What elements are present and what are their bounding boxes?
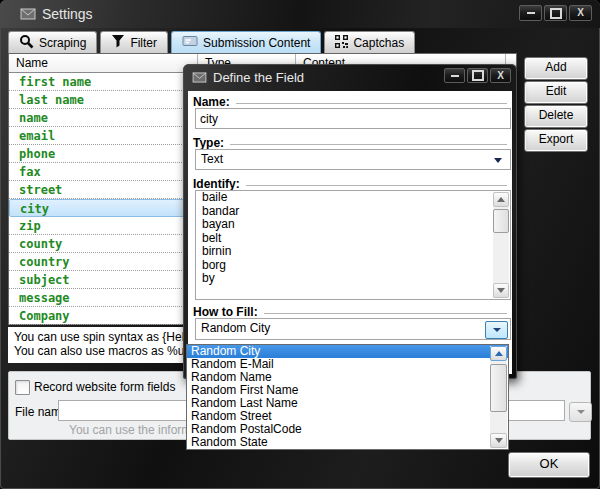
dialog-controls: X [444, 68, 511, 83]
define-field-dialog: Define the Field X Name: Type: Text Iden… [183, 64, 517, 379]
chevron-down-icon [493, 328, 501, 332]
dropdown-option-label: Random Last Name [191, 396, 298, 410]
how-to-fill-group-label: How to Fill: [193, 305, 507, 319]
field-name: message [9, 291, 70, 305]
name-group-label: Name: [193, 95, 507, 109]
close-button[interactable]: X [569, 5, 592, 21]
field-name: email [9, 129, 55, 143]
arrow-down-icon [497, 288, 505, 293]
window-title: Settings [42, 6, 93, 22]
dropdown-scrollbar[interactable] [490, 346, 507, 448]
window-controls: X [519, 5, 592, 21]
field-name: county [9, 237, 62, 251]
scrollbar-thumb[interactable] [493, 209, 509, 233]
type-combobox[interactable]: Text [195, 149, 511, 170]
tab-label: Submission Content [203, 36, 310, 50]
field-name: name [9, 111, 48, 125]
record-website-label: Record website form fields [34, 380, 175, 394]
identify-item-label: bandar [202, 204, 239, 218]
tab-captchas[interactable]: Captchas [324, 31, 415, 53]
field-name: country [9, 255, 70, 269]
maximize-icon [472, 70, 484, 81]
field-name: fax [9, 165, 41, 179]
chevron-down-icon [494, 158, 502, 163]
how-to-fill-dropdown-button[interactable] [485, 321, 508, 339]
dropdown-option[interactable]: Random State [187, 436, 508, 449]
magnifier-icon [19, 34, 34, 52]
divider [230, 144, 507, 145]
field-name: last name [9, 93, 84, 107]
field-name: subject [9, 273, 70, 287]
how-to-fill-label: How to Fill: [193, 305, 264, 319]
add-button[interactable]: Add [524, 57, 588, 80]
dropdown-option-label: Random Name [191, 370, 272, 384]
type-group-label: Type: [193, 136, 507, 150]
identify-listbox: bailebandarbayanbeltbirninborgby [195, 190, 511, 300]
titlebar: Settings X [0, 0, 600, 28]
scrollbar-thumb[interactable] [490, 364, 507, 412]
minimize-icon [527, 12, 535, 14]
tab-label: Captchas [353, 36, 404, 50]
identify-item-label: by [202, 271, 215, 285]
column-header-name[interactable]: Name [9, 54, 198, 72]
field-name: zip [9, 219, 41, 233]
field-name: street [9, 183, 62, 197]
divider [246, 185, 507, 186]
dialog-title: Define the Field [213, 70, 304, 85]
arrow-down-icon [495, 438, 503, 443]
dialog-maximize-button[interactable] [467, 68, 488, 83]
how-to-fill-dropdown-list: Random CityRandom E-MailRandom NameRando… [186, 344, 509, 450]
maximize-button[interactable] [544, 5, 567, 21]
how-to-fill-combobox[interactable]: Random City [195, 318, 511, 340]
dialog-body: Name: Type: Text Identify: bailebandarba… [188, 91, 512, 374]
minimize-button[interactable] [519, 5, 542, 21]
scroll-down-button[interactable] [490, 433, 507, 448]
name-input[interactable] [195, 108, 511, 129]
arrow-up-icon [497, 197, 505, 202]
dropdown-option-label: Random PostalCode [191, 422, 302, 436]
field-name: city [10, 202, 49, 216]
dialog-titlebar: Define the Field X [183, 64, 517, 91]
dropdown-option-label: Random First Name [191, 383, 298, 397]
dropdown-option-label: Random State [191, 435, 268, 449]
identify-item[interactable]: baile [196, 191, 510, 205]
settings-window: Settings X Scraping Filter Submission Co… [0, 0, 600, 489]
tab-label: Filter [130, 36, 157, 50]
maximize-icon [550, 8, 562, 19]
scroll-down-button[interactable] [493, 283, 509, 298]
tab-filter[interactable]: Filter [100, 31, 168, 53]
tab-scraping[interactable]: Scraping [8, 31, 97, 53]
how-to-fill-value: Random City [201, 321, 270, 335]
tab-submission-content[interactable]: Submission Content [171, 31, 321, 53]
chevron-down-icon [577, 410, 585, 414]
dialog-minimize-button[interactable] [444, 68, 465, 83]
identify-item[interactable]: by [196, 272, 510, 286]
identify-item-label: birnin [202, 244, 231, 258]
identify-item[interactable]: bayan [196, 218, 510, 232]
type-label: Type: [193, 136, 230, 150]
identify-item[interactable]: birnin [196, 245, 510, 259]
tab-bar: Scraping Filter Submission Content Captc… [8, 31, 418, 53]
scroll-up-button[interactable] [493, 192, 509, 207]
identify-item[interactable]: borg [196, 259, 510, 273]
envelope-icon [192, 72, 207, 83]
type-value: Text [201, 152, 223, 166]
identify-item[interactable]: belt [196, 232, 510, 246]
edit-button[interactable]: Edit [524, 81, 588, 104]
dropdown-items: Random CityRandom E-MailRandom NameRando… [187, 345, 508, 449]
export-button[interactable]: Export [524, 129, 588, 152]
identify-item-label: bayan [202, 217, 235, 231]
identify-scrollbar[interactable] [493, 192, 509, 298]
file-name-dropdown-button[interactable] [569, 402, 592, 422]
name-label: Name: [193, 95, 236, 109]
record-website-checkbox[interactable] [15, 380, 30, 395]
card-icon [182, 35, 198, 50]
identify-item[interactable]: bandar [196, 205, 510, 219]
identify-item-label: borg [202, 258, 226, 272]
identify-label: Identify: [193, 177, 246, 191]
delete-button[interactable]: Delete [524, 105, 588, 128]
scroll-up-button[interactable] [490, 346, 507, 361]
dialog-close-button[interactable]: X [490, 68, 511, 83]
ok-button[interactable]: OK [508, 452, 590, 478]
divider [264, 313, 507, 314]
